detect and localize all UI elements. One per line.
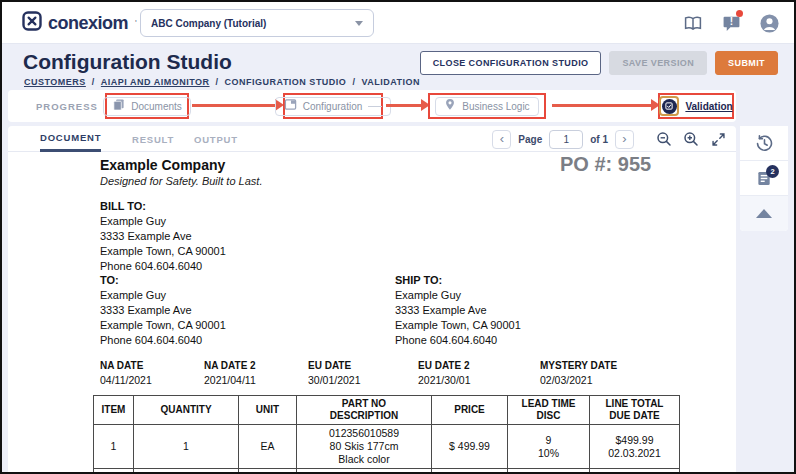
ship-to-line: Phone 604.604.6040 — [395, 333, 521, 348]
checkbox-circle-icon — [662, 99, 677, 114]
save-version-button[interactable]: SAVE VERSION — [609, 51, 707, 75]
annotation-arrow — [386, 104, 422, 107]
page-title: Configuration Studio — [23, 50, 232, 74]
page-header: Configuration Studio CUSTOMERS / AIAPI A… — [2, 44, 794, 90]
topbar-icon-group: ! — [682, 12, 780, 34]
page-number-input[interactable] — [549, 130, 583, 149]
breadcrumb-separator: / — [92, 77, 95, 87]
conexiom-logo-icon — [22, 11, 42, 35]
tab-output[interactable]: OUTPUT — [194, 126, 238, 152]
document-preview: Example Company Designed for Safety. Bui… — [8, 153, 736, 472]
cell-unit: EA — [239, 425, 297, 469]
notes-icon[interactable]: 2 — [740, 161, 788, 196]
step-documents[interactable]: Documents — [103, 97, 191, 116]
ship-to-line: Example Town, CA 90001 — [395, 318, 521, 333]
map-pin-icon — [444, 97, 456, 115]
step-business-logic-label: Business Logic — [462, 101, 529, 112]
to-block: TO: Example Guy 3333 Example Ave Example… — [100, 273, 226, 348]
breadcrumb-validation: VALIDATION — [361, 77, 420, 87]
bill-to-line: Example Guy — [100, 214, 226, 229]
to-line: Phone 604.604.6040 — [100, 333, 226, 348]
stepper-connector — [368, 106, 382, 107]
triangle-up-icon — [756, 209, 772, 218]
cell-price: $ 499.99 — [432, 425, 508, 469]
brand-name: conexiom — [48, 13, 128, 34]
app-window-icon — [284, 97, 297, 115]
step-documents-label: Documents — [131, 101, 182, 112]
ship-to-line: 3333 Example Ave — [395, 303, 521, 318]
pager-controls: ‹ Page of 1 › — [492, 126, 728, 152]
annotation-arrow — [552, 104, 652, 107]
col-quantity: QUANTITY — [134, 396, 239, 425]
zoom-out-icon[interactable] — [654, 129, 674, 149]
date-field-mystery-date: MYSTERY DATE 02/03/2021 — [540, 359, 680, 387]
table-header-row: ITEM QUANTITY UNIT PART NODESCRIPTION PR… — [94, 396, 680, 425]
date-field-na-date: NA DATE 04/11/2021 — [100, 359, 204, 387]
doc-po-number: PO #: 955 — [560, 153, 651, 176]
progress-label: PROGRESS — [36, 101, 98, 112]
step-documents-annotation-box: Documents — [105, 93, 189, 119]
annotation-arrow — [192, 104, 276, 107]
company-selector[interactable]: ABC Company (Tutorial) — [140, 9, 374, 37]
to-label: TO: — [100, 273, 226, 288]
brand-trademark: ʹ — [135, 18, 137, 28]
doc-company-name: Example Company — [100, 157, 225, 173]
breadcrumb-configuration-studio: CONFIGURATION STUDIO — [225, 77, 347, 87]
previous-page-button[interactable]: ‹ — [492, 130, 511, 149]
step-business-logic[interactable]: Business Logic — [435, 97, 538, 116]
col-unit: UNIT — [239, 396, 297, 425]
close-configuration-studio-button[interactable]: CLOSE CONFIGURATION STUDIO — [420, 51, 602, 75]
next-page-button[interactable]: › — [615, 130, 634, 149]
step-validation-label: Validation — [685, 101, 732, 112]
date-field-eu-date-2: EU DATE 2 2021/30/01 — [418, 359, 540, 387]
step-business-logic-annotation-box: Business Logic — [428, 93, 546, 119]
conexiom-logo: conexiom ʹ — [22, 11, 137, 35]
ship-to-line: Example Guy — [395, 288, 521, 303]
tabs-row: DOCUMENT RESULT OUTPUT ‹ Page of 1 › — [8, 126, 736, 152]
zoom-in-icon[interactable] — [681, 129, 701, 149]
breadcrumb-separator: / — [216, 77, 219, 87]
document-panel: DOCUMENT RESULT OUTPUT ‹ Page of 1 › — [8, 126, 736, 472]
notes-count-badge: 2 — [766, 165, 779, 178]
cell-item: 1 — [94, 425, 134, 469]
to-line: Example Town, CA 90001 — [100, 318, 226, 333]
col-item: ITEM — [94, 396, 134, 425]
breadcrumb-customers[interactable]: CUSTOMERS — [24, 77, 86, 87]
breadcrumb-separator: / — [352, 77, 355, 87]
breadcrumb: CUSTOMERS / AIAPI AND AIMONITOR / CONFIG… — [24, 77, 420, 87]
step-validation[interactable]: Validation — [651, 97, 740, 116]
copy-pages-icon — [112, 97, 125, 115]
page-count-label: of 1 — [590, 134, 608, 145]
step-configuration-annotation-box: Configuration — [283, 93, 383, 119]
tab-document[interactable]: DOCUMENT — [40, 126, 101, 152]
collapse-panel-icon[interactable] — [740, 196, 788, 231]
history-icon[interactable] — [740, 126, 788, 161]
step-configuration[interactable]: Configuration — [275, 97, 391, 116]
alerts-icon[interactable]: ! — [720, 12, 742, 34]
app-window: conexiom ʹ ABC Company (Tutorial) ! — [0, 0, 796, 474]
cell-line-total-due-date: $499.99 02.03.2021 — [590, 425, 680, 469]
account-icon[interactable] — [758, 12, 780, 34]
doc-tagline: Designed for Safety. Built to Last. — [100, 175, 262, 187]
bill-to-label: BILL TO: — [100, 199, 226, 214]
table-row-partial — [94, 469, 680, 473]
col-price: PRICE — [432, 396, 508, 425]
header-button-group: CLOSE CONFIGURATION STUDIO SAVE VERSION … — [420, 51, 778, 75]
ship-to-label: SHIP TO: — [395, 273, 521, 288]
tab-result[interactable]: RESULT — [132, 126, 174, 152]
cell-quantity: 1 — [134, 425, 239, 469]
documentation-icon[interactable] — [682, 12, 704, 34]
notification-dot — [736, 10, 743, 17]
right-toolbar: 2 — [740, 126, 788, 231]
breadcrumb-aiapi-and-aimonitor[interactable]: AIAPI AND AIMONITOR — [101, 77, 210, 87]
col-lead-time-disc: LEAD TIMEDISC — [508, 396, 590, 425]
table-row: 1 1 EA 012356010589 80 Skis 177cm Black … — [94, 425, 680, 469]
chevron-down-icon — [355, 21, 363, 26]
cell-part-no-description: 012356010589 80 Skis 177cm Black color — [297, 425, 432, 469]
progress-stepper: PROGRESS Documents — [8, 90, 736, 122]
dates-row: NA DATE 04/11/2021 NA DATE 2 2021/04/11 … — [100, 359, 680, 387]
submit-button[interactable]: SUBMIT — [715, 51, 778, 75]
bill-to-line: 3333 Example Ave — [100, 229, 226, 244]
fullscreen-icon[interactable] — [708, 129, 728, 149]
top-bar: conexiom ʹ ABC Company (Tutorial) ! — [2, 2, 794, 44]
